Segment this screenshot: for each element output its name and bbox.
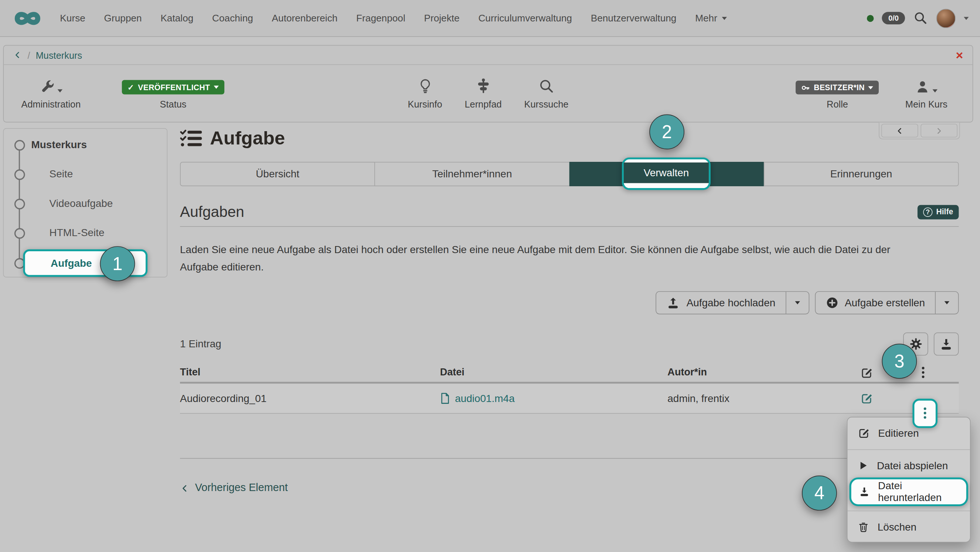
- page-title: Aufgabe: [210, 127, 285, 149]
- section-description: Laden Sie eine neue Aufgabe als Datei ho…: [180, 240, 930, 276]
- menu-divider: [847, 449, 970, 450]
- help-button[interactable]: ? Hilfe: [918, 205, 959, 219]
- toolbar-left-group: Administration ✓ VERÖFFENTLICHT Status: [21, 78, 225, 109]
- edit-column-icon[interactable]: [859, 366, 873, 379]
- administration-tool[interactable]: Administration: [21, 78, 81, 109]
- tab-teilnehmerinnen[interactable]: Teilnehmer*innen: [375, 162, 570, 186]
- edit-row-icon[interactable]: [859, 391, 873, 405]
- table-header-datei[interactable]: Datei: [440, 367, 668, 378]
- openolat-app: Kurse Gruppen Katalog Coaching Autorenbe…: [0, 0, 980, 552]
- cell-autor: admin, frentix: [667, 392, 848, 404]
- chevron-down-icon: [57, 89, 62, 92]
- menu-item-katalog[interactable]: Katalog: [161, 13, 193, 24]
- rolle-badge-label: BESITZER*IN: [814, 83, 865, 92]
- user-avatar[interactable]: [936, 8, 956, 28]
- annotation-number: 3: [894, 351, 904, 372]
- presence-status-icon: [867, 15, 874, 22]
- menu-item-gruppen[interactable]: Gruppen: [104, 13, 142, 24]
- upload-task-dropdown[interactable]: [785, 292, 808, 314]
- close-icon[interactable]: ×: [956, 49, 963, 61]
- create-task-button[interactable]: Aufgabe erstellen: [815, 292, 935, 314]
- menu-item-fragenpool[interactable]: Fragenpool: [356, 13, 406, 24]
- status-badge-label: VERÖFFENTLICHT: [138, 83, 210, 92]
- highlight-menu-item-datei-herunterladen[interactable]: Datei herunterladen: [850, 477, 968, 506]
- highlight-row-actions-kebab[interactable]: [912, 398, 937, 428]
- highlight-tab-verwalten[interactable]: Verwalten: [622, 157, 711, 190]
- course-toolbar-panel: / Musterkurs × Administration: [3, 45, 973, 122]
- chevron-left-icon: [180, 483, 189, 493]
- rolle-badge[interactable]: BESITZER*IN: [795, 81, 879, 94]
- kurssuche-tool[interactable]: Kurssuche: [524, 78, 568, 109]
- table-header-autor[interactable]: Autor*in: [667, 367, 848, 378]
- menu-item-projekte[interactable]: Projekte: [424, 13, 459, 24]
- upload-task-splitbutton: Aufgabe hochladen: [656, 291, 809, 315]
- tab-verwalten-label: Verwalten: [624, 162, 709, 183]
- create-task-label: Aufgabe erstellen: [845, 297, 925, 309]
- table-row: Audiorecording_01 audio01.m4a admin, fre…: [180, 383, 959, 414]
- tree-node-label-selected: Aufgabe: [51, 257, 92, 269]
- breadcrumb-course-link[interactable]: Musterkurs: [36, 49, 82, 60]
- previous-element-label: Vorheriges Element: [195, 482, 288, 494]
- wrench-icon: [40, 80, 55, 95]
- annotation-number: 2: [662, 122, 672, 142]
- tree-node-circle-icon: [14, 169, 25, 180]
- kebab-menu-icon[interactable]: [922, 365, 924, 380]
- kurssuche-label: Kurssuche: [524, 99, 568, 109]
- rolle-label: Rolle: [827, 99, 848, 109]
- menu-item-datei-abspielen[interactable]: Datei abspielen: [847, 454, 970, 477]
- file-link[interactable]: audio01.m4a: [440, 392, 515, 404]
- back-chevron-icon[interactable]: [13, 51, 22, 59]
- check-icon: ✓: [127, 83, 134, 92]
- table-header-titel[interactable]: Titel: [180, 367, 440, 378]
- menu-item-kurse[interactable]: Kurse: [60, 13, 85, 24]
- toolbar-center-group: Kursinfo Lernpfad: [407, 78, 568, 109]
- key-icon: [801, 83, 810, 92]
- chevron-down-icon: [933, 89, 938, 92]
- openolat-logo-icon[interactable]: [11, 7, 44, 29]
- person-icon: [915, 80, 931, 95]
- search-icon[interactable]: [913, 11, 928, 26]
- question-circle-icon: ?: [923, 207, 932, 216]
- play-icon: [858, 460, 869, 471]
- previous-element-link[interactable]: Vorheriges Element: [180, 482, 288, 494]
- chat-counter-badge[interactable]: 0/0: [882, 12, 905, 24]
- lernpfad-tool[interactable]: Lernpfad: [465, 78, 501, 109]
- edit-icon: [858, 427, 870, 439]
- annotation-step-1: 1: [100, 246, 135, 281]
- menu-item-benutzerverwaltung[interactable]: Benutzerverwaltung: [591, 13, 677, 24]
- menu-item-loeschen[interactable]: Löschen: [847, 515, 970, 539]
- menu-item-coaching[interactable]: Coaching: [212, 13, 253, 24]
- lernpfad-label: Lernpfad: [465, 99, 501, 109]
- menu-item-mehr[interactable]: Mehr: [695, 13, 727, 24]
- help-label: Hilfe: [936, 208, 953, 216]
- menu-item-editieren[interactable]: Editieren: [847, 421, 970, 445]
- upload-task-button[interactable]: Aufgabe hochladen: [656, 292, 785, 314]
- user-menu-chevron-icon[interactable]: [964, 17, 969, 19]
- mein-kurs-tool[interactable]: Mein Kurs: [905, 78, 948, 109]
- create-task-splitbutton: Aufgabe erstellen: [815, 291, 959, 315]
- plus-circle-icon: [826, 296, 839, 310]
- upload-task-label: Aufgabe hochladen: [687, 297, 776, 309]
- upload-icon: [667, 296, 680, 310]
- rolle-tool[interactable]: BESITZER*IN Rolle: [795, 78, 879, 109]
- status-badge[interactable]: ✓ VERÖFFENTLICHT: [122, 80, 224, 94]
- menu-item-label: Editieren: [878, 427, 919, 439]
- table-header-row: Titel Datei Autor*in: [180, 363, 959, 384]
- cell-titel: Audiorecording_01: [180, 392, 440, 404]
- tab-uebersicht[interactable]: Übersicht: [180, 162, 375, 186]
- search-icon: [538, 78, 554, 94]
- create-task-dropdown[interactable]: [935, 292, 958, 314]
- annotation-step-3: 3: [882, 344, 917, 379]
- menu-item-mehr-label: Mehr: [695, 13, 717, 24]
- tab-erinnerungen[interactable]: Erinnerungen: [764, 162, 959, 186]
- status-tool[interactable]: ✓ VERÖFFENTLICHT Status: [122, 78, 224, 109]
- chevron-down-icon: [795, 301, 800, 304]
- table-download-button[interactable]: [934, 332, 959, 356]
- menu-divider: [847, 511, 970, 511]
- menu-item-autorenbereich[interactable]: Autorenbereich: [272, 13, 338, 24]
- tab-bar: Übersicht Teilnehmer*innen Verwalten Eri…: [180, 162, 959, 186]
- course-tree-panel: Musterkurs Seite Videoaufgabe HTML-Seite…: [3, 128, 167, 277]
- menu-item-curriculumverwaltung[interactable]: Curriculumverwaltung: [478, 13, 572, 24]
- tree-node-circle-icon: [14, 199, 25, 210]
- kursinfo-tool[interactable]: Kursinfo: [407, 78, 442, 109]
